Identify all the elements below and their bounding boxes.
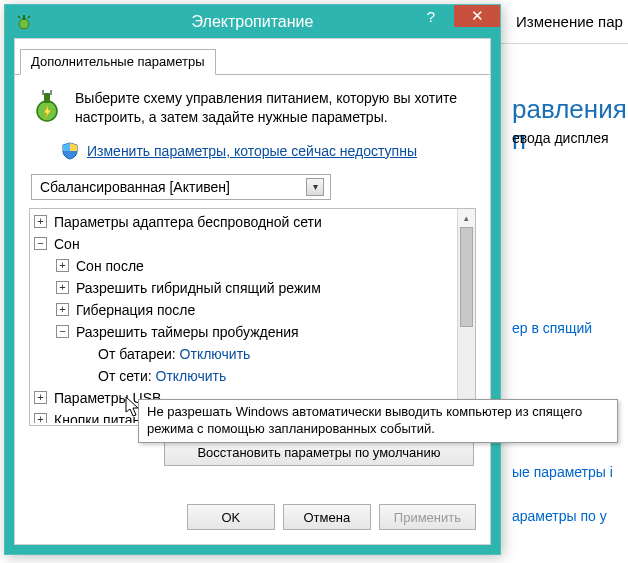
parent-title-fragment: Изменение пар bbox=[516, 13, 623, 30]
cancel-button[interactable]: Отмена bbox=[283, 504, 371, 530]
tab-label: Дополнительные параметры bbox=[31, 54, 205, 69]
power-options-dialog: Электропитание ? ✕ Дополнительные параме… bbox=[4, 4, 501, 555]
tab-advanced-settings[interactable]: Дополнительные параметры bbox=[20, 49, 216, 75]
tooltip-text: Не разрешать Windows автоматически вывод… bbox=[147, 404, 582, 436]
parent-link-2[interactable]: ые параметры і bbox=[512, 464, 613, 480]
node-label: Сон после bbox=[76, 255, 144, 277]
collapse-icon[interactable]: − bbox=[34, 237, 47, 250]
setting-value-battery[interactable]: Отключить bbox=[180, 343, 251, 365]
intro-text: Выберите схему управления питанием, кото… bbox=[75, 89, 476, 127]
parent-heading-fragment: равления п bbox=[512, 94, 628, 156]
node-label: Разрешить гибридный спящий режим bbox=[76, 277, 321, 299]
spacer bbox=[78, 347, 91, 360]
power-plan-icon bbox=[29, 89, 65, 125]
parent-link-3[interactable]: араметры по у bbox=[512, 508, 607, 524]
svg-rect-4 bbox=[42, 90, 44, 95]
tree-node-wake-timers[interactable]: − Разрешить таймеры пробуждения bbox=[34, 321, 455, 343]
setting-label: От батареи: bbox=[98, 343, 176, 365]
chevron-down-icon: ▾ bbox=[306, 178, 324, 196]
setting-tooltip: Не разрешать Windows автоматически вывод… bbox=[138, 399, 618, 443]
tree-node-wireless[interactable]: + Параметры адаптера беспроводной сети bbox=[34, 211, 455, 233]
power-scheme-select[interactable]: Сбалансированная [Активен] ▾ bbox=[31, 174, 331, 200]
collapse-icon[interactable]: − bbox=[56, 325, 69, 338]
svg-rect-3 bbox=[44, 93, 50, 103]
node-label: Параметры адаптера беспроводной сети bbox=[54, 211, 322, 233]
tab-strip: Дополнительные параметры bbox=[15, 49, 490, 75]
setting-value-plugged[interactable]: Отключить bbox=[156, 365, 227, 387]
parent-titlebar: Изменение пар bbox=[500, 0, 628, 44]
setting-label: От сети: bbox=[98, 365, 152, 387]
close-icon: ✕ bbox=[471, 7, 484, 25]
node-label: Разрешить таймеры пробуждения bbox=[76, 321, 299, 343]
tree-node-plugged[interactable]: От сети: Отключить bbox=[34, 365, 455, 387]
svg-rect-5 bbox=[50, 90, 52, 95]
tree-node-hybrid-sleep[interactable]: + Разрешить гибридный спящий режим bbox=[34, 277, 455, 299]
parent-text-fragment: евода дисплея bbox=[512, 130, 609, 146]
client-area: Дополнительные параметры Выберите схему … bbox=[14, 38, 491, 545]
node-label: Сон bbox=[54, 233, 80, 255]
shield-link-row: Изменить параметры, которые сейчас недос… bbox=[61, 142, 476, 160]
dialog-buttons: OK Отмена Применить bbox=[187, 504, 476, 530]
tree-body: + Параметры адаптера беспроводной сети −… bbox=[34, 211, 455, 423]
expand-icon[interactable]: + bbox=[56, 281, 69, 294]
apply-label: Применить bbox=[394, 510, 461, 525]
tree-node-sleep-after[interactable]: + Сон после bbox=[34, 255, 455, 277]
settings-tree: + Параметры адаптера беспроводной сети −… bbox=[29, 208, 476, 426]
tree-node-hibernate-after[interactable]: + Гибернация после bbox=[34, 299, 455, 321]
help-icon: ? bbox=[427, 8, 435, 25]
intro-row: Выберите схему управления питанием, кото… bbox=[29, 89, 476, 127]
cancel-label: Отмена bbox=[304, 510, 351, 525]
help-button[interactable]: ? bbox=[408, 5, 454, 27]
restore-label: Восстановить параметры по умолчанию bbox=[197, 445, 440, 460]
expand-icon[interactable]: + bbox=[34, 215, 47, 228]
scroll-up-icon[interactable]: ▴ bbox=[458, 209, 475, 227]
expand-icon[interactable]: + bbox=[56, 303, 69, 316]
node-label: Кнопки питан bbox=[54, 409, 140, 423]
parent-link-1[interactable]: ер в спящий bbox=[512, 320, 592, 336]
restore-row: Восстановить параметры по умолчанию bbox=[29, 440, 474, 466]
expand-icon[interactable]: + bbox=[56, 259, 69, 272]
ok-label: OK bbox=[221, 510, 240, 525]
tree-scrollbar[interactable]: ▴ ▾ bbox=[457, 209, 475, 425]
node-label: Гибернация после bbox=[76, 299, 195, 321]
close-button[interactable]: ✕ bbox=[454, 5, 500, 27]
tree-node-sleep[interactable]: − Сон bbox=[34, 233, 455, 255]
ok-button[interactable]: OK bbox=[187, 504, 275, 530]
restore-defaults-button[interactable]: Восстановить параметры по умолчанию bbox=[164, 440, 474, 466]
spacer bbox=[78, 369, 91, 382]
shield-icon bbox=[61, 142, 79, 160]
apply-button: Применить bbox=[379, 504, 476, 530]
tree-node-battery[interactable]: От батареи: Отключить bbox=[34, 343, 455, 365]
titlebar[interactable]: Электропитание ? ✕ bbox=[5, 5, 500, 38]
change-unavailable-settings-link[interactable]: Изменить параметры, которые сейчас недос… bbox=[87, 143, 417, 159]
expand-icon[interactable]: + bbox=[34, 413, 47, 423]
scroll-thumb[interactable] bbox=[460, 227, 473, 327]
scheme-selected-value: Сбалансированная [Активен] bbox=[40, 179, 230, 195]
expand-icon[interactable]: + bbox=[34, 391, 47, 404]
